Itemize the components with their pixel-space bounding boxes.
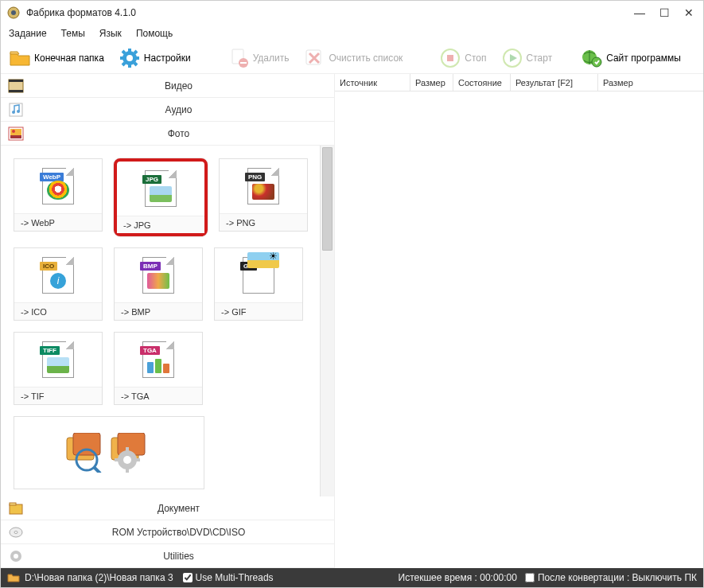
multithread-checkbox-input[interactable] (183, 573, 193, 582)
svg-point-21 (12, 130, 15, 133)
category-rom-label: ROM Устройство\DVD\CD\ISO (29, 527, 328, 538)
format-jpg-label: -> JPG (117, 216, 204, 233)
column-state[interactable]: Состояние (453, 74, 511, 91)
clear-label: Очистить список (329, 53, 403, 64)
svg-point-3 (126, 55, 133, 61)
maximize-button[interactable]: ☐ (659, 7, 670, 18)
settings-label: Настройки (144, 53, 191, 64)
svg-text:i: i (57, 275, 60, 286)
menu-help[interactable]: Помощь (136, 28, 173, 39)
format-webp-tile[interactable]: WebP -> WebP (14, 158, 103, 232)
category-audio[interactable]: Аудио (1, 98, 334, 122)
delete-label: Удалить (253, 53, 290, 64)
toolbar: Конечная папка Настройки Удалить Очистит… (1, 42, 703, 74)
delete-button[interactable]: Удалить (224, 45, 293, 71)
format-jpg-tile[interactable]: JPG -> JPG (114, 158, 208, 236)
after-convert-checkbox[interactable]: После конвертации : Выключить ПК (525, 572, 697, 583)
format-gif-label: -> GIF (215, 302, 302, 320)
column-size2[interactable]: Размер (598, 74, 703, 91)
after-convert-label: После конвертации : Выключить ПК (538, 572, 697, 583)
column-result[interactable]: Результат [F2] (511, 74, 598, 91)
svg-rect-9 (447, 55, 453, 61)
menu-themes[interactable]: Темы (61, 28, 85, 39)
format-bmp-tile[interactable]: BMP -> BMP (114, 247, 203, 321)
scrollbar-thumb[interactable] (322, 147, 333, 251)
menubar: Задание Темы Язык Помощь (1, 25, 703, 42)
left-panel: Видео Аудио Фото WebP -> WebP JPG (1, 74, 335, 568)
utilities-gear-icon (7, 547, 25, 565)
format-ico-tile[interactable]: ICOi -> ICO (14, 247, 103, 321)
format-png-tile[interactable]: PNG -> PNG (219, 158, 308, 232)
window-title: Фабрика форматов 4.1.0 (26, 7, 634, 18)
category-document[interactable]: Документ (1, 496, 334, 520)
category-utilities[interactable]: Utilities (1, 544, 334, 568)
format-tga-label: -> TGA (115, 387, 202, 404)
stop-label: Стоп (465, 53, 486, 64)
clear-list-button[interactable]: Очистить список (300, 45, 406, 71)
audio-icon (7, 101, 25, 119)
close-button[interactable]: ✕ (684, 7, 694, 18)
photo-icon (7, 125, 25, 142)
folder-icon (9, 47, 31, 69)
format-webp-label: -> WebP (14, 213, 102, 231)
svg-point-31 (123, 456, 131, 464)
category-video[interactable]: Видео (1, 74, 334, 98)
stop-icon (439, 47, 461, 69)
category-utilities-label: Utilities (29, 551, 328, 562)
disc-icon (7, 524, 25, 541)
titlebar: Фабрика форматов 4.1.0 — ☐ ✕ (1, 1, 703, 25)
menu-language[interactable]: Язык (99, 28, 122, 39)
output-folder-button[interactable]: Конечная папка (6, 45, 107, 71)
format-tga-tile[interactable]: TGA -> TGA (114, 332, 203, 405)
multithread-label: Use Multi-Threads (196, 572, 274, 583)
minimize-button[interactable]: — (634, 7, 645, 18)
start-button[interactable]: Старт (498, 45, 556, 71)
svg-point-18 (17, 110, 20, 113)
status-folder-icon (7, 571, 20, 584)
window-controls: — ☐ ✕ (634, 7, 697, 18)
format-gif-tile[interactable]: GIF☀ -> GIF (214, 247, 303, 321)
after-convert-checkbox-input[interactable] (525, 573, 535, 582)
category-video-label: Видео (29, 80, 328, 92)
category-audio-label: Аудио (29, 104, 328, 115)
video-icon (7, 77, 25, 95)
format-ico-label: -> ICO (14, 302, 102, 320)
svg-rect-26 (73, 433, 100, 455)
multithread-checkbox[interactable]: Use Multi-Threads (183, 572, 274, 583)
stop-button[interactable]: Стоп (436, 45, 489, 71)
format-scrollbar[interactable] (320, 146, 334, 496)
svg-rect-20 (10, 129, 21, 135)
start-label: Старт (527, 53, 553, 64)
statusbar: D:\Новая папка (2)\Новая папка 3 Use Mul… (1, 568, 703, 587)
column-source[interactable]: Источник (335, 74, 410, 91)
svg-point-35 (14, 531, 18, 533)
main-area: Видео Аудио Фото WebP -> WebP JPG (1, 74, 703, 568)
website-button[interactable]: Сайт программы (578, 45, 684, 71)
document-icon (7, 500, 25, 517)
format-tif-tile[interactable]: TIFF -> TIF (14, 332, 103, 405)
menu-task[interactable]: Задание (9, 28, 47, 39)
format-extra-tile[interactable] (14, 416, 204, 489)
app-icon (7, 6, 20, 19)
svg-rect-6 (240, 62, 247, 64)
svg-point-12 (592, 57, 601, 67)
settings-button[interactable]: Настройки (115, 45, 194, 71)
svg-rect-33 (10, 503, 16, 505)
delete-icon (228, 47, 250, 69)
right-panel: Источник Размер Состояние Результат [F2]… (335, 74, 703, 568)
svg-rect-32 (10, 504, 22, 514)
category-photo[interactable]: Фото (1, 122, 334, 146)
svg-point-1 (11, 10, 16, 15)
svg-point-17 (12, 111, 15, 114)
svg-point-37 (14, 554, 18, 559)
column-size[interactable]: Размер (410, 74, 453, 91)
format-bmp-label: -> BMP (115, 302, 202, 320)
format-tif-label: -> TIF (14, 387, 102, 404)
format-area: WebP -> WebP JPG -> JPG PNG -> PNG ICOi … (1, 146, 334, 496)
svg-rect-15 (9, 90, 23, 92)
category-rom[interactable]: ROM Устройство\DVD\CD\ISO (1, 520, 334, 544)
category-photo-label: Фото (29, 128, 328, 139)
gear-icon (119, 47, 141, 69)
svg-rect-22 (10, 135, 21, 138)
app-window: Фабрика форматов 4.1.0 — ☐ ✕ Задание Тем… (0, 0, 704, 588)
